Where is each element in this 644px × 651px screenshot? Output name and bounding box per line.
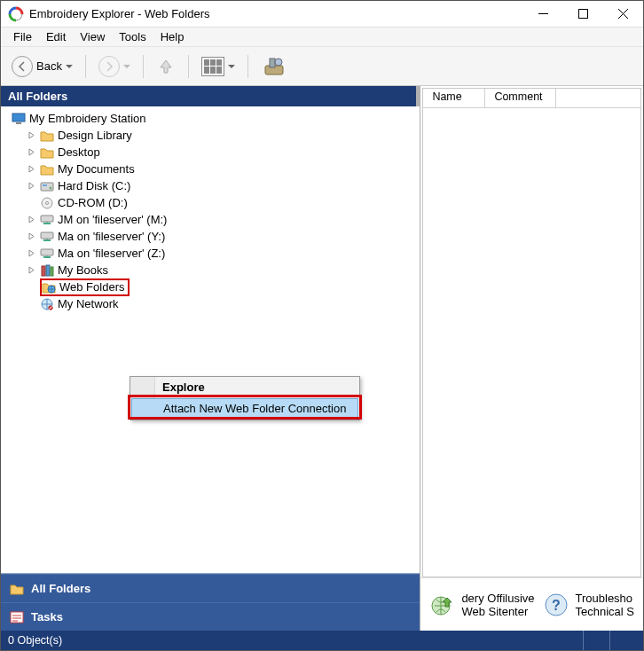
tree-item-label: CD-ROM (D:) [58,196,128,209]
statusbar: 0 Object(s) [1,631,643,650]
column-comment[interactable]: Comment [485,89,556,107]
expand-icon[interactable] [27,266,40,274]
machine-icon [261,53,287,80]
expand-icon[interactable] [27,249,40,257]
tree-item-hard-disk-c[interactable]: Hard Disk (C:) [1,177,420,194]
minimize-button[interactable] [523,1,563,27]
expand-icon[interactable] [27,131,40,139]
app-icon [8,6,24,22]
tree-item-jm-on-fileserver-m[interactable]: JM on 'fileserver' (M:) [1,211,420,228]
expand-icon[interactable] [27,148,40,156]
column-name[interactable]: Name [423,89,485,107]
right-footer-links: dery OffilusiveWeb Sitenter ? Troublesho… [420,577,643,631]
close-button[interactable] [603,1,643,27]
folder-tree[interactable]: My Embroidery Station Design LibraryDesk… [1,106,420,573]
globe-up-icon [429,592,454,617]
tree-item-label: My Books [58,263,108,277]
production-info-button[interactable] [257,51,291,82]
expand-icon[interactable] [27,165,40,173]
left-footer: All Folders Tasks [1,573,420,631]
link-website-text: dery OffilusiveWeb Sitenter [461,592,534,618]
expand-icon[interactable] [27,182,40,190]
tree-item-label: Ma on 'fileserver' (Y:) [58,230,165,243]
svg-rect-26 [51,267,53,276]
svg-rect-21 [41,249,53,255]
svg-rect-11 [43,184,47,186]
forward-button[interactable] [95,54,134,79]
menu-tools[interactable]: Tools [112,28,153,45]
views-icon [201,57,224,76]
expand-icon[interactable] [27,232,40,240]
menu-view[interactable]: View [73,28,112,45]
back-label: Back [36,59,62,73]
netdrive-icon [40,214,54,226]
tree-item-design-library[interactable]: Design Library [1,127,420,144]
tree-item-label: Design Library [58,129,132,142]
monitor-icon [12,113,26,125]
svg-point-7 [275,59,282,66]
chevron-down-icon [66,65,73,68]
titlebar: Embroidery Explorer - Web Folders [1,1,643,27]
menu-edit[interactable]: Edit [39,28,73,45]
toolbar: Back [1,47,643,86]
tree-root-label: My Embroidery Station [29,112,146,125]
tree-item-web-folders[interactable]: Web Folders [1,278,420,295]
folder-open-icon [10,583,24,595]
svg-rect-2 [579,10,588,19]
tree-item-label: Ma on 'fileserver' (Z:) [58,247,165,260]
tree-item-desktop[interactable]: Desktop [1,144,420,161]
svg-rect-18 [41,232,53,239]
svg-text:?: ? [552,598,561,613]
footer-tasks-label: Tasks [31,610,63,624]
window-controls [523,1,643,27]
svg-rect-10 [41,183,53,191]
link-support[interactable]: ? TroubleshoTechnical S [544,592,634,618]
folder-icon [40,129,54,142]
context-attach-web-folder[interactable]: Attach New Web Folder Connection [131,398,358,419]
toolbar-separator [188,55,189,78]
footer-all-folders-label: All Folders [31,582,90,595]
svg-rect-25 [46,265,50,276]
menu-help[interactable]: Help [153,28,192,45]
help-icon: ? [544,592,569,617]
tree-root[interactable]: My Embroidery Station [1,110,420,127]
content-area: All Folders My Embroidery Station Design… [1,86,643,631]
tree-item-label: Desktop [58,145,100,159]
tree-item-my-documents[interactable]: My Documents [1,161,420,177]
up-button[interactable] [153,55,179,78]
views-button[interactable] [198,55,239,78]
app-window: Embroidery Explorer - Web Folders File E… [0,0,644,651]
svg-rect-19 [43,239,51,241]
footer-all-folders[interactable]: All Folders [1,574,420,602]
cd-icon [40,197,54,209]
context-menu: Explore Attach New Web Folder Connection [130,376,360,420]
list-view[interactable]: Name Comment [422,88,641,577]
svg-point-12 [50,186,52,189]
tree-item-ma-on-fileserver-z[interactable]: Ma on 'fileserver' (Z:) [1,245,420,262]
toolbar-separator [85,55,86,78]
network-icon [40,298,54,310]
forward-arrow-icon [98,56,120,77]
back-button[interactable]: Back [8,54,76,79]
context-explore[interactable]: Explore [130,377,359,397]
tree-item-cd-rom-d[interactable]: CD-ROM (D:) [1,194,420,211]
tree-item-my-books[interactable]: My Books [1,262,420,278]
menu-file[interactable]: File [6,28,39,45]
tree-item-label: My Documents [58,162,135,176]
svg-rect-9 [16,122,21,124]
back-arrow-icon [12,56,33,77]
tree-item-ma-on-fileserver-y[interactable]: Ma on 'fileserver' (Y:) [1,228,420,245]
tree-item-label: Web Folders [59,280,124,294]
svg-rect-8 [12,114,25,122]
folder-icon [40,146,54,159]
netdrive-icon [40,247,54,260]
maximize-button[interactable] [563,1,603,27]
expand-icon[interactable] [27,216,40,224]
right-pane: Name Comment dery OffilusiveWeb Sitenter… [420,86,643,631]
tree-item-my-network[interactable]: My Network [1,295,420,312]
disk-icon [40,180,54,192]
tree-item-label: My Network [58,297,119,310]
footer-tasks[interactable]: Tasks [1,602,420,631]
link-website[interactable]: dery OffilusiveWeb Sitenter [429,592,534,618]
status-objects: 0 Object(s) [8,634,62,647]
